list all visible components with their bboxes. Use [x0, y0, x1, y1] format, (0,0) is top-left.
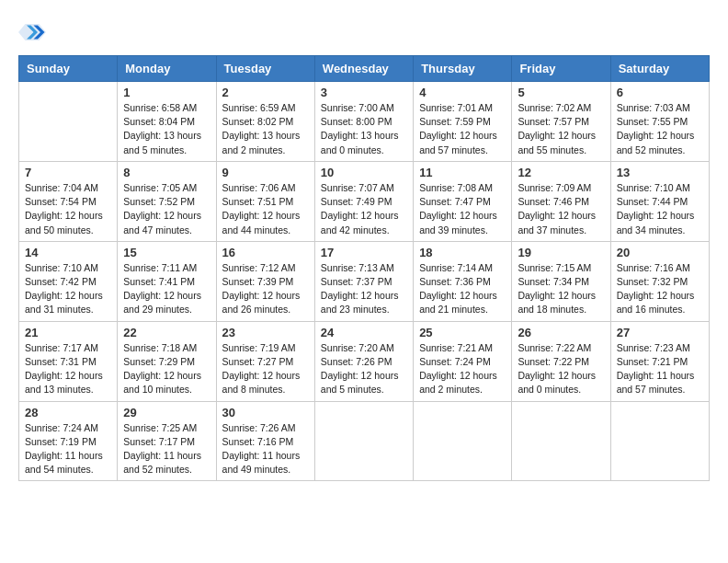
calendar-cell: 12Sunrise: 7:09 AMSunset: 7:46 PMDayligh… — [512, 161, 610, 241]
calendar-cell: 4Sunrise: 7:01 AMSunset: 7:59 PMDaylight… — [414, 82, 512, 162]
calendar-week-row: 28Sunrise: 7:24 AMSunset: 7:19 PMDayligh… — [19, 401, 710, 481]
calendar-header-row: SundayMondayTuesdayWednesdayThursdayFrid… — [19, 56, 710, 82]
calendar-cell: 24Sunrise: 7:20 AMSunset: 7:26 PMDayligh… — [314, 321, 413, 401]
day-info: Sunrise: 6:59 AMSunset: 8:02 PMDaylight:… — [222, 101, 309, 157]
day-number: 17 — [321, 246, 407, 259]
day-number: 30 — [222, 406, 309, 419]
calendar-cell: 23Sunrise: 7:19 AMSunset: 7:27 PMDayligh… — [216, 321, 314, 401]
calendar-cell: 10Sunrise: 7:07 AMSunset: 7:49 PMDayligh… — [314, 161, 413, 241]
day-number: 6 — [617, 86, 703, 99]
day-number: 22 — [123, 326, 210, 339]
day-number: 19 — [518, 246, 604, 259]
calendar-cell — [512, 401, 610, 481]
day-info: Sunrise: 7:18 AMSunset: 7:29 PMDaylight:… — [123, 341, 210, 397]
day-number: 23 — [222, 326, 309, 339]
calendar-cell — [19, 82, 118, 162]
day-number: 24 — [321, 326, 407, 339]
day-number: 21 — [25, 326, 111, 339]
day-info: Sunrise: 7:12 AMSunset: 7:39 PMDaylight:… — [222, 261, 309, 317]
day-info: Sunrise: 7:14 AMSunset: 7:36 PMDaylight:… — [419, 261, 506, 317]
day-number: 26 — [518, 326, 604, 339]
day-number: 2 — [222, 86, 309, 99]
calendar-cell: 20Sunrise: 7:16 AMSunset: 7:32 PMDayligh… — [610, 241, 709, 321]
calendar-cell: 1Sunrise: 6:58 AMSunset: 8:04 PMDaylight… — [118, 82, 216, 162]
page-header — [18, 18, 710, 46]
calendar-cell: 11Sunrise: 7:08 AMSunset: 7:47 PMDayligh… — [414, 161, 512, 241]
day-info: Sunrise: 7:06 AMSunset: 7:51 PMDaylight:… — [222, 181, 309, 237]
day-number: 18 — [419, 246, 506, 259]
calendar-cell: 18Sunrise: 7:14 AMSunset: 7:36 PMDayligh… — [414, 241, 512, 321]
calendar-cell: 25Sunrise: 7:21 AMSunset: 7:24 PMDayligh… — [414, 321, 512, 401]
calendar-cell — [610, 401, 709, 481]
day-number: 10 — [321, 166, 407, 179]
calendar-week-row: 7Sunrise: 7:04 AMSunset: 7:54 PMDaylight… — [19, 161, 710, 241]
day-info: Sunrise: 7:09 AMSunset: 7:46 PMDaylight:… — [518, 181, 604, 237]
day-number: 20 — [617, 246, 703, 259]
calendar-cell: 22Sunrise: 7:18 AMSunset: 7:29 PMDayligh… — [118, 321, 216, 401]
calendar-cell: 15Sunrise: 7:11 AMSunset: 7:41 PMDayligh… — [118, 241, 216, 321]
calendar-cell: 28Sunrise: 7:24 AMSunset: 7:19 PMDayligh… — [19, 401, 118, 481]
day-info: Sunrise: 7:24 AMSunset: 7:19 PMDaylight:… — [25, 421, 111, 477]
day-number: 3 — [321, 86, 407, 99]
day-number: 13 — [617, 166, 703, 179]
logo-icon — [18, 18, 46, 46]
calendar-cell: 9Sunrise: 7:06 AMSunset: 7:51 PMDaylight… — [216, 161, 314, 241]
day-number: 11 — [419, 166, 506, 179]
calendar-cell: 17Sunrise: 7:13 AMSunset: 7:37 PMDayligh… — [314, 241, 413, 321]
day-info: Sunrise: 7:26 AMSunset: 7:16 PMDaylight:… — [222, 421, 309, 477]
calendar-week-row: 1Sunrise: 6:58 AMSunset: 8:04 PMDaylight… — [19, 82, 710, 162]
day-number: 1 — [123, 86, 210, 99]
day-info: Sunrise: 7:16 AMSunset: 7:32 PMDaylight:… — [617, 261, 703, 317]
calendar-cell — [314, 401, 413, 481]
column-header-saturday: Saturday — [610, 56, 709, 82]
day-info: Sunrise: 7:13 AMSunset: 7:37 PMDaylight:… — [321, 261, 407, 317]
day-number: 9 — [222, 166, 309, 179]
day-info: Sunrise: 7:19 AMSunset: 7:27 PMDaylight:… — [222, 341, 309, 397]
calendar-cell: 7Sunrise: 7:04 AMSunset: 7:54 PMDaylight… — [19, 161, 118, 241]
column-header-wednesday: Wednesday — [314, 56, 413, 82]
day-info: Sunrise: 7:11 AMSunset: 7:41 PMDaylight:… — [123, 261, 210, 317]
calendar-week-row: 14Sunrise: 7:10 AMSunset: 7:42 PMDayligh… — [19, 241, 710, 321]
calendar-cell: 26Sunrise: 7:22 AMSunset: 7:22 PMDayligh… — [512, 321, 610, 401]
calendar-cell: 21Sunrise: 7:17 AMSunset: 7:31 PMDayligh… — [19, 321, 118, 401]
calendar-cell — [414, 401, 512, 481]
day-info: Sunrise: 7:07 AMSunset: 7:49 PMDaylight:… — [321, 181, 407, 237]
calendar-cell: 30Sunrise: 7:26 AMSunset: 7:16 PMDayligh… — [216, 401, 314, 481]
day-info: Sunrise: 7:17 AMSunset: 7:31 PMDaylight:… — [25, 341, 111, 397]
day-number: 7 — [25, 166, 111, 179]
calendar-cell: 5Sunrise: 7:02 AMSunset: 7:57 PMDaylight… — [512, 82, 610, 162]
day-info: Sunrise: 7:22 AMSunset: 7:22 PMDaylight:… — [518, 341, 604, 397]
day-info: Sunrise: 7:04 AMSunset: 7:54 PMDaylight:… — [25, 181, 111, 237]
calendar-cell: 8Sunrise: 7:05 AMSunset: 7:52 PMDaylight… — [118, 161, 216, 241]
calendar-cell: 6Sunrise: 7:03 AMSunset: 7:55 PMDaylight… — [610, 82, 709, 162]
day-number: 29 — [123, 406, 210, 419]
day-number: 16 — [222, 246, 309, 259]
day-info: Sunrise: 7:25 AMSunset: 7:17 PMDaylight:… — [123, 421, 210, 477]
column-header-tuesday: Tuesday — [216, 56, 314, 82]
day-number: 8 — [123, 166, 210, 179]
day-info: Sunrise: 7:10 AMSunset: 7:44 PMDaylight:… — [617, 181, 703, 237]
column-header-friday: Friday — [512, 56, 610, 82]
day-info: Sunrise: 7:10 AMSunset: 7:42 PMDaylight:… — [25, 261, 111, 317]
day-number: 27 — [617, 326, 703, 339]
day-number: 4 — [419, 86, 506, 99]
calendar-cell: 19Sunrise: 7:15 AMSunset: 7:34 PMDayligh… — [512, 241, 610, 321]
day-number: 28 — [25, 406, 111, 419]
calendar-cell: 14Sunrise: 7:10 AMSunset: 7:42 PMDayligh… — [19, 241, 118, 321]
calendar-cell: 2Sunrise: 6:59 AMSunset: 8:02 PMDaylight… — [216, 82, 314, 162]
calendar-cell: 13Sunrise: 7:10 AMSunset: 7:44 PMDayligh… — [610, 161, 709, 241]
day-info: Sunrise: 7:02 AMSunset: 7:57 PMDaylight:… — [518, 101, 604, 157]
day-number: 15 — [123, 246, 210, 259]
calendar-cell: 29Sunrise: 7:25 AMSunset: 7:17 PMDayligh… — [118, 401, 216, 481]
column-header-sunday: Sunday — [19, 56, 118, 82]
calendar-cell: 16Sunrise: 7:12 AMSunset: 7:39 PMDayligh… — [216, 241, 314, 321]
day-info: Sunrise: 7:21 AMSunset: 7:24 PMDaylight:… — [419, 341, 506, 397]
day-info: Sunrise: 6:58 AMSunset: 8:04 PMDaylight:… — [123, 101, 210, 157]
day-number: 25 — [419, 326, 506, 339]
logo — [18, 18, 50, 46]
day-info: Sunrise: 7:20 AMSunset: 7:26 PMDaylight:… — [321, 341, 407, 397]
day-number: 12 — [518, 166, 604, 179]
calendar-cell: 3Sunrise: 7:00 AMSunset: 8:00 PMDaylight… — [314, 82, 413, 162]
day-info: Sunrise: 7:00 AMSunset: 8:00 PMDaylight:… — [321, 101, 407, 157]
day-info: Sunrise: 7:03 AMSunset: 7:55 PMDaylight:… — [617, 101, 703, 157]
